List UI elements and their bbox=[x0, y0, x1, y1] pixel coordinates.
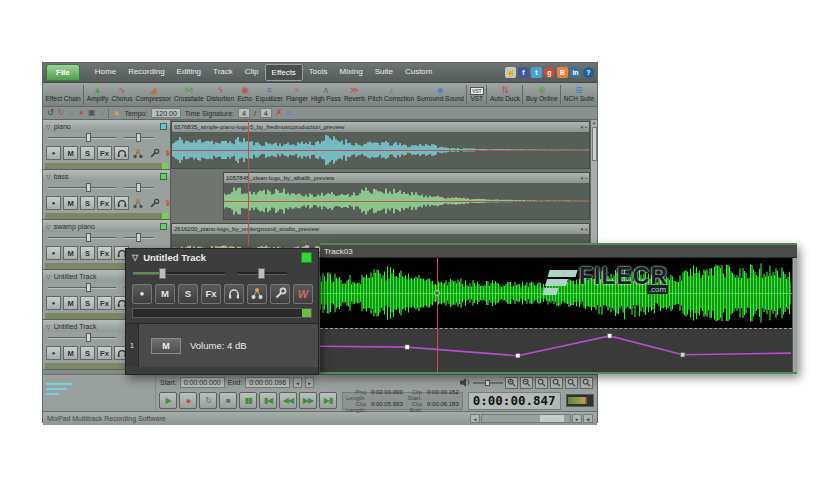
speaker-icon[interactable] bbox=[460, 378, 471, 387]
audio-clip[interactable]: 6576835_simple-piano-logo-5_by_fredmusic… bbox=[171, 121, 590, 169]
clip-menu-icon[interactable]: ▪ bbox=[585, 226, 587, 232]
go-start-button[interactable]: ▮◀ bbox=[259, 392, 277, 409]
popup-volume-slider[interactable] bbox=[133, 272, 225, 275]
menu-tab-suite[interactable]: Suite bbox=[369, 64, 399, 81]
clip-menu-icon[interactable]: ▪ bbox=[585, 124, 587, 130]
horizontal-scrollbar[interactable]: ◂ ▸ ◂) bbox=[470, 414, 593, 423]
stop-button[interactable]: ■ bbox=[219, 392, 237, 409]
mute-button[interactable]: M bbox=[63, 346, 78, 360]
fx-button[interactable]: Fx bbox=[97, 146, 112, 160]
solo-button[interactable]: S bbox=[80, 196, 95, 210]
ribbon-button-echo[interactable]: ◉Echo bbox=[236, 83, 254, 106]
playhead-cursor[interactable] bbox=[437, 258, 438, 372]
monitor-button[interactable] bbox=[114, 196, 129, 210]
clip-header[interactable]: 2616200_piano-logo_by_underground_studio… bbox=[172, 224, 589, 234]
routing-button[interactable] bbox=[131, 146, 145, 160]
collapse-icon[interactable]: ▽ bbox=[46, 173, 51, 180]
pan-handle[interactable] bbox=[136, 233, 141, 242]
ribbon-button-vst[interactable]: VSTVST bbox=[468, 83, 485, 106]
ribbon-button-high-pass[interactable]: ∧High Pass bbox=[310, 83, 343, 106]
mute-button[interactable]: M bbox=[63, 196, 78, 210]
go-end-button[interactable]: ▶▮ bbox=[319, 392, 337, 409]
collapse-icon[interactable]: ▽ bbox=[46, 323, 51, 330]
playhead-cursor[interactable] bbox=[248, 120, 249, 246]
volume-handle[interactable] bbox=[86, 133, 91, 142]
blogger-icon[interactable]: B bbox=[557, 67, 568, 78]
clip-header[interactable]: 1057848_clean-logo_by_alkalib_preview▾▪ bbox=[224, 173, 589, 183]
solo-button[interactable]: S bbox=[80, 246, 95, 260]
tools-button[interactable] bbox=[270, 284, 290, 304]
ribbon-button-distortion[interactable]: ϟDistortion bbox=[205, 83, 236, 106]
ribbon-button-buy-online[interactable]: ⊕Buy Online bbox=[524, 83, 559, 106]
track-active-indicator[interactable] bbox=[160, 173, 167, 180]
record-arm-button[interactable]: ● bbox=[46, 246, 61, 260]
record-arm-button[interactable]: ● bbox=[46, 296, 61, 310]
ribbon-button-reverb[interactable]: ≫Reverb bbox=[342, 83, 366, 106]
undo-icon[interactable]: ↺ bbox=[47, 109, 54, 117]
volume-handle[interactable] bbox=[86, 333, 91, 342]
folder-icon[interactable]: ▣ bbox=[88, 109, 96, 117]
track-volume-slider[interactable] bbox=[48, 187, 116, 189]
popup-pan-slider[interactable] bbox=[237, 272, 287, 275]
audio-clip[interactable]: 1057848_clean-logo_by_alkalib_preview▾▪ bbox=[223, 172, 590, 220]
pan-handle[interactable] bbox=[136, 183, 141, 192]
routing-button[interactable] bbox=[131, 196, 145, 210]
solo-button[interactable]: S bbox=[80, 146, 95, 160]
track-header[interactable]: ▽piano bbox=[43, 120, 170, 132]
track-active-indicator[interactable] bbox=[160, 123, 167, 130]
ribbon-button-surround-sound[interactable]: ◈Surround Sound bbox=[415, 83, 465, 106]
ribbon-button-chorus[interactable]: ∿Chorus bbox=[110, 83, 134, 106]
fx-button[interactable]: Fx bbox=[97, 246, 112, 260]
ribbon-button-crossfade[interactable]: ⋈Crossfade bbox=[172, 83, 205, 106]
mute-button[interactable]: M bbox=[63, 146, 78, 160]
record-arm-button[interactable]: ● bbox=[132, 284, 152, 304]
track-volume-slider[interactable] bbox=[48, 337, 116, 339]
selection-start-field[interactable]: 0:00:00.000 bbox=[180, 377, 225, 388]
menu-tab-track[interactable]: Track bbox=[207, 64, 239, 81]
selection-prev-button[interactable]: ◂ bbox=[293, 377, 302, 388]
time-signature-top-field[interactable]: 4 bbox=[238, 108, 250, 118]
track-active-indicator[interactable] bbox=[160, 223, 167, 230]
track-pan-slider[interactable] bbox=[124, 237, 154, 239]
track03-automation-lane[interactable] bbox=[320, 328, 797, 372]
monitor-button[interactable] bbox=[114, 146, 129, 160]
menu-tab-editing[interactable]: Editing bbox=[171, 64, 207, 81]
track-pan-slider[interactable] bbox=[124, 137, 154, 139]
scrollbar-thumb[interactable] bbox=[592, 127, 597, 161]
tools-button[interactable] bbox=[147, 146, 161, 160]
ribbon-button-equalizer[interactable]: ≡Equalizer bbox=[254, 83, 284, 106]
zoom-all-button[interactable] bbox=[550, 377, 563, 389]
popup-volume-handle[interactable] bbox=[159, 268, 166, 279]
fx-button[interactable]: Fx bbox=[97, 296, 112, 310]
forward-button[interactable]: ▶▶ bbox=[299, 392, 317, 409]
volume-slider[interactable] bbox=[473, 382, 503, 384]
tools-button[interactable] bbox=[147, 196, 161, 210]
zoom-vertical-in-button[interactable] bbox=[565, 377, 578, 389]
record-source-icon[interactable]: ● bbox=[79, 109, 84, 117]
menu-tab-recording[interactable]: Recording bbox=[122, 64, 170, 81]
menu-tab-mixing[interactable]: Mixing bbox=[334, 64, 369, 81]
track-volume-slider[interactable] bbox=[48, 287, 116, 289]
menu-tab-home[interactable]: Home bbox=[89, 64, 122, 81]
tempo-field[interactable]: 120.00 bbox=[151, 108, 180, 118]
fx-button[interactable]: Fx bbox=[97, 346, 112, 360]
metronome-icon[interactable]: ▲ bbox=[113, 109, 121, 117]
scrollbar-track[interactable] bbox=[481, 414, 571, 423]
fx-button[interactable]: Fx bbox=[201, 284, 221, 304]
palette-icon[interactable]: ■ bbox=[286, 109, 291, 117]
speaker-small-icon[interactable]: ◂) bbox=[583, 414, 593, 423]
mute-button[interactable]: M bbox=[63, 296, 78, 310]
volume-handle[interactable] bbox=[86, 183, 91, 192]
track-active-indicator[interactable] bbox=[301, 252, 312, 263]
record-arm-button[interactable]: ● bbox=[46, 346, 61, 360]
collapse-icon[interactable]: ▽ bbox=[46, 223, 51, 230]
track03-header[interactable]: Track03 bbox=[320, 245, 797, 258]
record-arm-button[interactable]: ● bbox=[46, 196, 61, 210]
volume-handle[interactable] bbox=[86, 233, 91, 242]
ribbon-button-effect-chain[interactable]: ☞Effect Chain bbox=[44, 83, 82, 106]
menu-file-button[interactable]: File bbox=[46, 64, 80, 81]
help-icon[interactable]: ? bbox=[583, 67, 594, 78]
zoom-out-button[interactable] bbox=[520, 377, 533, 389]
googleplus-icon[interactable]: g bbox=[544, 67, 555, 78]
scroll-up-icon[interactable]: ▲ bbox=[592, 120, 596, 125]
